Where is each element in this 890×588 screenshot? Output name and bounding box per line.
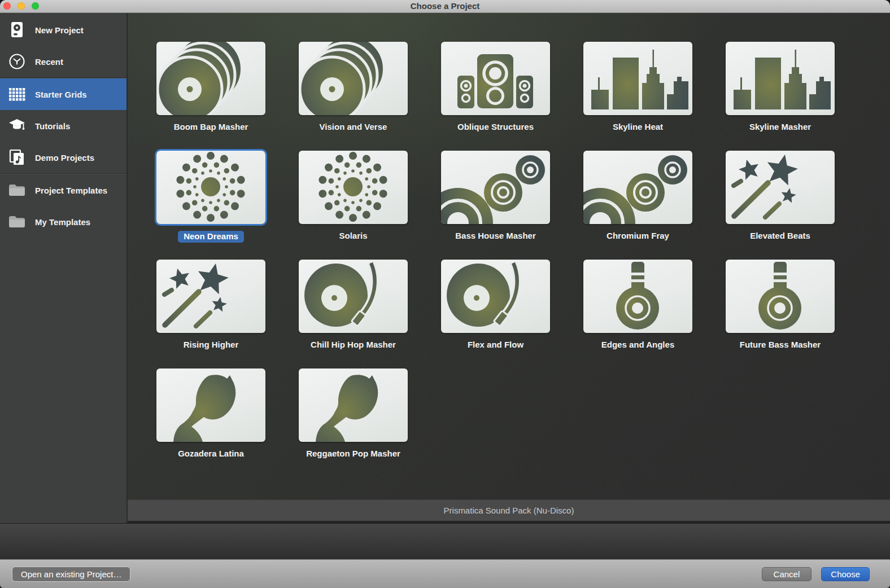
project-caption: Skyline Heat — [583, 122, 692, 134]
project-tile-gozadera-latina[interactable]: Gozadera Latina — [156, 368, 265, 461]
project-caption: Skyline Masher — [726, 122, 835, 134]
folder-icon — [7, 181, 27, 200]
turntable-icon — [441, 260, 550, 333]
statusbar: Prismatica Sound Pack (Nu-Disco) — [128, 499, 890, 524]
choose-button[interactable]: Choose — [821, 567, 870, 581]
titlebar: Choose a Project — [0, 0, 890, 13]
project-caption: Vision and Verse — [299, 122, 408, 134]
project-tile-skyline-heat[interactable]: Skyline Heat — [583, 42, 692, 134]
project-tile-future-bass-masher[interactable]: Future Bass Masher — [726, 260, 835, 352]
sidebar-item-label: Recent — [35, 57, 63, 67]
project-title: Chromium Fray — [607, 231, 669, 240]
tutorials-icon — [7, 116, 27, 135]
project-caption: Neon Dreams — [156, 231, 265, 243]
project-tile-edges-and-angles[interactable]: Edges and Angles — [583, 260, 692, 352]
project-title: Gozadera Latina — [178, 449, 244, 458]
sidebar-item-new-project[interactable]: New Project — [0, 14, 126, 46]
project-tile-reggaeton-pop-masher[interactable]: Reggaeton Pop Masher — [299, 368, 408, 461]
project-tile-flex-and-flow[interactable]: Flex and Flow — [441, 260, 550, 352]
close-button[interactable] — [3, 2, 11, 10]
project-tile-boom-bap-masher[interactable]: Boom Bap Masher — [156, 42, 265, 134]
project-caption: Chromium Fray — [583, 231, 692, 243]
project-caption: Rising Higher — [156, 340, 265, 352]
folder-icon — [7, 212, 27, 231]
project-tile-vision-and-verse[interactable]: Vision and Verse — [299, 42, 408, 134]
open-existing-project-button[interactable]: Open an existing Project… — [12, 567, 130, 582]
project-title: Bass House Masher — [455, 231, 536, 240]
project-title: Skyline Masher — [749, 122, 811, 131]
project-caption: Solaris — [299, 231, 408, 243]
project-tile-bass-house-masher[interactable]: Bass House Masher — [441, 151, 550, 243]
zoom-button[interactable] — [32, 2, 39, 10]
sidebar: New Project Recent Starter Grids Tutoria… — [0, 13, 128, 523]
project-caption: Gozadera Latina — [156, 449, 265, 461]
project-caption: Reggaeton Pop Masher — [299, 449, 408, 461]
project-caption: Elevated Beats — [726, 231, 835, 243]
project-tile-skyline-masher[interactable]: Skyline Masher — [726, 42, 835, 134]
rings-icon — [583, 151, 692, 224]
project-caption: Boom Bap Masher — [156, 122, 265, 134]
project-caption: Flex and Flow — [441, 340, 550, 352]
new-project-icon — [7, 20, 27, 40]
project-title: Flex and Flow — [468, 340, 523, 349]
project-title: Rising Higher — [184, 340, 239, 349]
skyline-icon — [726, 42, 835, 115]
vinyl-stack-icon — [156, 42, 265, 115]
project-title: Reggaeton Pop Masher — [306, 449, 400, 458]
project-title: Vision and Verse — [320, 122, 387, 131]
project-tile-chromium-fray[interactable]: Chromium Fray — [583, 151, 692, 243]
dot-burst-icon — [156, 151, 265, 224]
cancel-button[interactable]: Cancel — [762, 567, 812, 581]
vinyl-stack-icon — [299, 42, 408, 115]
project-caption: Chill Hip Hop Masher — [299, 340, 408, 352]
sunglasses-icon — [156, 368, 265, 442]
sunglasses-icon — [299, 368, 408, 442]
sidebar-item-starter-grids[interactable]: Starter Grids — [0, 78, 126, 110]
headphone-icon — [583, 260, 692, 333]
project-title: Neon Dreams — [178, 231, 244, 243]
project-title: Boom Bap Masher — [174, 122, 248, 131]
sidebar-item-label: Tutorials — [35, 121, 70, 131]
shooting-stars-icon — [156, 260, 265, 333]
lower-band — [0, 523, 890, 559]
sidebar-item-tutorials[interactable]: Tutorials — [0, 110, 126, 142]
recent-icon — [7, 52, 27, 71]
project-caption: Oblique Structures — [441, 122, 550, 134]
project-title: Future Bass Masher — [740, 340, 821, 349]
footer-bar: Open an existing Project… Cancel Choose — [0, 559, 890, 588]
project-grid: Boom Bap Masher Vision and Verse Oblique… — [128, 13, 890, 477]
project-title: Oblique Structures — [457, 122, 534, 131]
project-title: Solaris — [339, 231, 367, 240]
project-tile-solaris[interactable]: Solaris — [299, 151, 408, 243]
sidebar-item-project-templates[interactable]: Project Templates — [0, 174, 126, 206]
project-title: Edges and Angles — [601, 340, 674, 349]
project-tile-rising-higher[interactable]: Rising Higher — [156, 260, 265, 352]
sidebar-item-recent[interactable]: Recent — [0, 46, 126, 77]
turntable-icon — [299, 260, 408, 333]
speakers-icon — [441, 42, 550, 115]
sidebar-item-label: Demo Projects — [35, 153, 94, 163]
project-grid-scrollarea[interactable]: Boom Bap Masher Vision and Verse Oblique… — [128, 13, 890, 499]
skyline-icon — [583, 42, 692, 115]
window-title: Choose a Project — [0, 0, 890, 12]
sidebar-item-label: Project Templates — [35, 186, 107, 195]
project-caption: Edges and Angles — [583, 340, 692, 352]
sidebar-item-label: Starter Grids — [35, 90, 87, 99]
project-tile-elevated-beats[interactable]: Elevated Beats — [726, 151, 835, 243]
project-tile-chill-hip-hop-masher[interactable]: Chill Hip Hop Masher — [299, 260, 408, 352]
content-area: Boom Bap Masher Vision and Verse Oblique… — [128, 13, 890, 523]
project-caption: Bass House Masher — [441, 231, 550, 243]
choose-project-window: Choose a Project New Project Recent Star… — [0, 0, 890, 588]
project-tile-neon-dreams[interactable]: Neon Dreams — [156, 151, 265, 243]
project-title: Chill Hip Hop Masher — [311, 340, 396, 349]
sidebar-item-my-templates[interactable]: My Templates — [0, 206, 126, 238]
project-tile-oblique-structures[interactable]: Oblique Structures — [441, 42, 550, 134]
minimize-button[interactable] — [18, 2, 25, 10]
demo-projects-icon — [7, 148, 27, 167]
sidebar-item-label: My Templates — [35, 217, 90, 227]
project-title: Elevated Beats — [750, 231, 810, 240]
sidebar-item-label: New Project — [35, 25, 84, 35]
project-title: Skyline Heat — [613, 122, 663, 131]
sidebar-item-demo-projects[interactable]: Demo Projects — [0, 142, 126, 173]
sound-pack-status: Prismatica Sound Pack (Nu-Disco) — [444, 506, 574, 515]
